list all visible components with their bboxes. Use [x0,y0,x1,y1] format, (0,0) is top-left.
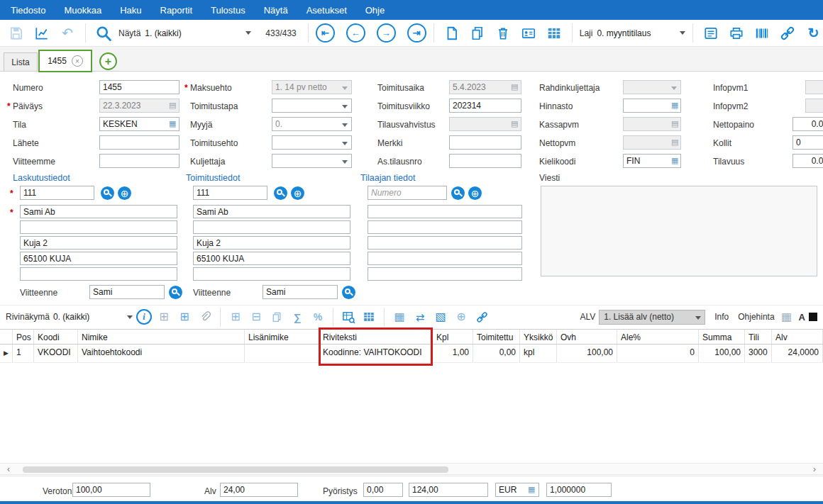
laskutus-street-field[interactable] [20,236,177,250]
astilausnro-field[interactable] [449,154,521,168]
color-swatch-icon[interactable] [809,313,817,321]
col-yksikko[interactable]: Yksikkö [520,330,557,344]
toimitusehto-combo[interactable] [272,135,352,150]
globe-icon[interactable]: ⊕ [291,186,304,200]
col-nimike[interactable]: Nimike [78,330,245,344]
tilaaja-field-4[interactable] [368,252,522,265]
percent-icon[interactable]: % [309,308,326,325]
scroll-right-icon[interactable]: › [809,464,820,474]
col-ale[interactable]: Ale% [617,330,699,344]
note-icon[interactable] [700,23,722,44]
laskutus-id-field[interactable] [20,186,94,200]
kuljettaja-combo[interactable] [272,154,352,168]
lookup-grid-icon[interactable]: ▦ [671,101,678,109]
row-structure-icon[interactable]: ⊞ [155,308,172,325]
cell-yksikko[interactable]: kpl [520,345,557,362]
tab-active-order[interactable]: 1455 × [38,50,92,72]
contact-card-icon[interactable] [518,23,539,44]
calendar-icon[interactable]: ▤ [169,101,176,109]
lookup-grid-icon[interactable]: ▦ [169,120,176,128]
grid-header-gutter[interactable] [0,330,13,344]
tilaaja-field-3[interactable] [368,236,522,250]
search-icon[interactable] [93,23,114,44]
footer-alv-field[interactable] [220,483,298,497]
barcode-print-icon[interactable] [751,23,773,44]
merkki-field[interactable] [449,135,521,150]
search-icon[interactable] [451,186,465,200]
tilavuus-field[interactable] [792,154,823,168]
col-alv[interactable]: Alv [772,330,823,344]
menu-tulostus[interactable]: Tulostus [201,0,255,20]
kollit-field[interactable] [792,135,823,150]
pyoristys-field[interactable] [363,483,403,497]
attachment-icon[interactable] [197,308,214,325]
total-field[interactable] [409,483,488,497]
table-search-icon[interactable] [340,308,357,325]
search-icon[interactable] [101,186,114,200]
toimitus-extra-field[interactable] [193,267,350,281]
add-tab-button[interactable]: + [99,52,117,70]
first-record-button[interactable]: ⇤ [316,23,335,43]
toimitus-street-field[interactable] [193,236,350,250]
row-link-icon[interactable] [473,308,490,325]
link-icon[interactable] [777,23,798,44]
col-summa[interactable]: Summa [699,330,745,344]
toimitusviikko-field[interactable] [449,99,521,113]
col-tili[interactable]: Tili [745,330,772,344]
new-record-icon[interactable] [441,23,463,44]
cell-ale[interactable]: 0 [617,345,699,362]
alv-combo[interactable]: 1. Lisää alv (netto) [599,310,705,325]
cell-lisanimike[interactable] [245,345,319,362]
cell-riviteksti[interactable]: Koodinne: VAIHTOKOODI [319,345,433,362]
chart-icon[interactable] [31,23,53,44]
toimitus-id-field[interactable] [193,186,267,200]
toimitus-name-field[interactable] [193,205,350,218]
col-pos[interactable]: Pos [13,330,34,344]
previous-record-button[interactable]: ← [346,23,365,43]
tilaaja-field-1[interactable] [368,205,522,218]
calendar-icon[interactable]: ▤ [511,83,518,91]
cell-tili[interactable]: 3000 [745,345,772,362]
tilaaja-id-field[interactable] [368,186,447,200]
cell-alv[interactable]: 24,0000 [772,345,823,362]
ohjehinta-label[interactable]: Ohjehinta [738,312,774,322]
toimitus-viitteenne-field[interactable] [263,285,338,299]
toimitustapa-combo[interactable] [272,99,352,113]
lahete-field[interactable] [99,135,179,150]
viesti-textarea[interactable] [541,186,817,276]
sum-icon[interactable]: ∑ [289,308,306,325]
font-a-button[interactable]: A [799,312,805,323]
search-icon[interactable] [169,286,182,299]
cell-toimitettu[interactable]: 0,00 [473,345,520,362]
veroton-field[interactable] [72,483,150,497]
calendar-icon[interactable]: ▤ [511,120,518,128]
col-kpl[interactable]: Kpl [433,330,473,344]
undo-icon[interactable]: ↶ [57,23,78,44]
search-icon[interactable] [342,286,355,299]
exchange-rate-field[interactable] [546,483,612,497]
copy-record-icon[interactable] [467,23,488,44]
col-lisanimike[interactable]: Lisänimike [245,330,319,344]
lookup-grid-icon[interactable]: ▦ [528,486,535,493]
calculator-icon[interactable]: ▦ [778,308,795,325]
laskutus-postal-field[interactable] [20,252,177,265]
table-row[interactable]: ▶ 1 VKOODI Vaihtoehtokoodi Koodinne: VAI… [0,345,823,363]
add-line-icon[interactable]: ⊕ [453,308,470,325]
cell-ovh[interactable]: 100,00 [557,345,617,362]
laskutus-extra-field[interactable] [20,267,177,281]
col-toimitettu[interactable]: Toimitettu [473,330,520,344]
myyja-combo[interactable]: 0. [272,117,352,131]
refresh-icon[interactable]: ↻ [802,23,823,44]
table-view-icon[interactable] [543,23,565,44]
globe-icon[interactable]: ⊕ [468,186,482,200]
toimitus-addr2-field[interactable] [193,220,350,234]
menu-asetukset[interactable]: Asetukset [297,0,356,20]
table-grid-icon[interactable] [360,308,377,325]
scroll-left-icon[interactable]: ‹ [3,464,14,474]
scrollbar-thumb[interactable] [23,466,448,473]
cell-nimike[interactable]: Vaihtoehtokoodi [78,345,245,362]
globe-icon[interactable]: ⊕ [118,186,131,200]
numero-field[interactable] [99,80,179,94]
menu-tiedosto[interactable]: Tiedosto [1,0,55,20]
delete-record-icon[interactable] [492,23,514,44]
